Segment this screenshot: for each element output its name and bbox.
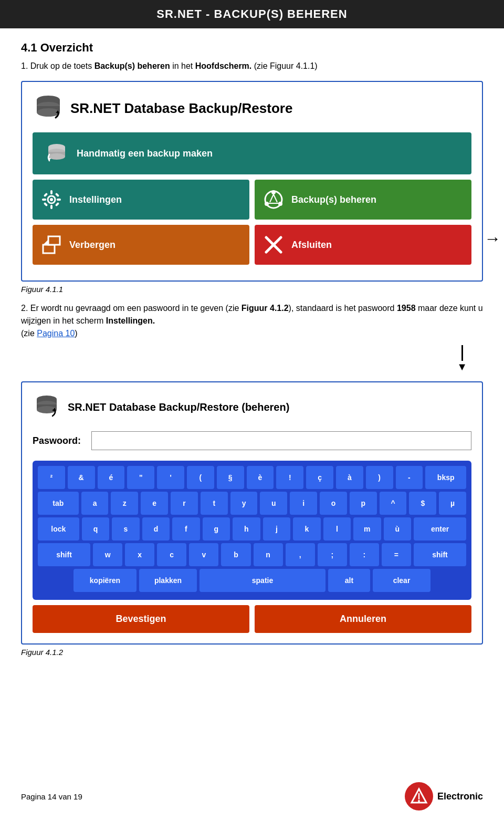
key-lparen[interactable]: (	[187, 466, 214, 489]
key-j[interactable]: j	[263, 517, 290, 541]
key-l[interactable]: l	[323, 517, 351, 541]
key-u-grave[interactable]: ù	[384, 517, 411, 541]
db-icon	[33, 92, 64, 124]
key-v[interactable]: v	[189, 543, 218, 566]
password-label: Paswoord:	[33, 435, 85, 446]
key-dquote[interactable]: "	[127, 466, 154, 489]
key-o[interactable]: o	[320, 492, 347, 515]
key-z[interactable]: z	[111, 492, 138, 515]
figure2-label: Figuur 4.1.2	[21, 648, 483, 657]
key-u[interactable]: u	[260, 492, 287, 515]
key-c-cedilla[interactable]: ç	[306, 466, 333, 489]
svg-rect-14	[50, 190, 52, 194]
key-y[interactable]: y	[230, 492, 258, 515]
btn-annuleren[interactable]: Annuleren	[255, 605, 471, 633]
db-restore-icon	[33, 393, 61, 422]
footer-page-number: Pagina 14 van 19	[21, 792, 82, 801]
pagina10-link[interactable]: Pagina 10	[37, 329, 75, 338]
key-d[interactable]: d	[142, 517, 170, 541]
key-dollar[interactable]: $	[409, 492, 436, 515]
key-a-grave[interactable]: à	[336, 466, 363, 489]
key-c[interactable]: c	[157, 543, 186, 566]
key-section[interactable]: §	[217, 466, 244, 489]
key-lock[interactable]: lock	[38, 517, 79, 541]
header-title: SR.NET - BACKUP(S) BEHEREN	[156, 7, 347, 20]
key-enter[interactable]: enter	[414, 517, 466, 541]
svg-rect-20	[44, 202, 48, 206]
key-g[interactable]: g	[203, 517, 230, 541]
btn-afsluiten-label: Afsluiten	[291, 240, 332, 251]
key-equals[interactable]: =	[382, 543, 411, 566]
mid-buttons-row: Instellingen Backup(s) beheren	[33, 180, 471, 220]
key-clear[interactable]: clear	[373, 569, 430, 592]
svg-line-27	[274, 194, 277, 202]
key-x[interactable]: x	[125, 543, 154, 566]
logo-icon	[405, 782, 433, 810]
close-icon	[263, 234, 284, 255]
arrow-right-indicator: →	[484, 229, 501, 248]
key-q[interactable]: q	[82, 517, 109, 541]
key-b[interactable]: b	[221, 543, 250, 566]
btn-instellingen[interactable]: Instellingen	[33, 180, 249, 220]
key-comma[interactable]: ,	[286, 543, 315, 566]
gear-icon	[41, 189, 62, 210]
page-header: SR.NET - BACKUP(S) BEHEREN	[0, 0, 504, 28]
key-semicolon[interactable]: ;	[318, 543, 347, 566]
key-f[interactable]: f	[172, 517, 200, 541]
key-w[interactable]: w	[93, 543, 122, 566]
key-k[interactable]: k	[293, 517, 320, 541]
btn-verbergen[interactable]: Verbergen	[33, 225, 249, 265]
manual-backup-row: Handmatig een backup maken	[33, 132, 471, 174]
key-r[interactable]: r	[171, 492, 198, 515]
key-plakken[interactable]: plakken	[139, 569, 197, 592]
key-e-acute[interactable]: é	[98, 466, 125, 489]
keyboard: ² & é " ' ( § è ! ç à ) - bksp tab a z e	[33, 461, 471, 600]
confirm-cancel-row: Bevestigen Annuleren	[33, 605, 471, 633]
key-p[interactable]: p	[350, 492, 377, 515]
key-caret[interactable]: ^	[380, 492, 407, 515]
db-icon-small	[45, 142, 68, 165]
svg-line-26	[270, 194, 274, 202]
key-rparen[interactable]: )	[366, 466, 393, 489]
btn-bevestigen[interactable]: Bevestigen	[33, 605, 249, 633]
logo-text: Electronic	[437, 791, 483, 802]
btn-afsluiten[interactable]: Afsluiten	[255, 225, 471, 265]
key-a[interactable]: a	[81, 492, 109, 515]
password-input[interactable]	[91, 431, 471, 450]
key-shift-right[interactable]: shift	[414, 543, 466, 566]
svg-rect-16	[42, 199, 46, 201]
kb-row-1: ² & é " ' ( § è ! ç à ) - bksp	[38, 466, 466, 489]
kb-row-2: tab a z e r t y u i o p ^ $ µ	[38, 492, 466, 515]
key-ampersand[interactable]: &	[68, 466, 95, 489]
key-s[interactable]: s	[112, 517, 139, 541]
kb-row-5: kopiëren plakken spatie alt clear	[38, 569, 466, 592]
key-spatie[interactable]: spatie	[200, 569, 326, 592]
key-colon[interactable]: :	[350, 543, 379, 566]
key-e[interactable]: e	[141, 492, 168, 515]
key-squared[interactable]: ²	[38, 466, 65, 489]
key-t[interactable]: t	[201, 492, 228, 515]
key-mu[interactable]: µ	[439, 492, 466, 515]
key-h[interactable]: h	[233, 517, 260, 541]
btn-handmatig-backup[interactable]: Handmatig een backup maken	[33, 132, 471, 174]
key-alt[interactable]: alt	[328, 569, 370, 592]
svg-point-25	[278, 202, 282, 206]
key-minus[interactable]: -	[396, 466, 423, 489]
key-excl[interactable]: !	[276, 466, 303, 489]
svg-rect-29	[43, 245, 55, 253]
key-squote[interactable]: '	[157, 466, 184, 489]
svg-rect-15	[50, 205, 52, 209]
btn-handmatig-label: Handmatig een backup maken	[77, 148, 213, 159]
btn-backup-beheren[interactable]: Backup(s) beheren	[255, 180, 471, 220]
key-n[interactable]: n	[254, 543, 283, 566]
key-m[interactable]: m	[353, 517, 381, 541]
key-shift-left[interactable]: shift	[38, 543, 90, 566]
figure1-label: Figuur 4.1.1	[21, 285, 483, 294]
kb-row-4: shift w x c v b n , ; : = shift	[38, 543, 466, 566]
key-bksp[interactable]: bksp	[425, 466, 466, 489]
key-tab[interactable]: tab	[38, 492, 79, 515]
key-e-grave[interactable]: è	[247, 466, 274, 489]
key-kopieren[interactable]: kopiëren	[74, 569, 136, 592]
key-i[interactable]: i	[290, 492, 317, 515]
paragraph-1: 1. Druk op de toets Backup(s) beheren in…	[21, 60, 483, 72]
